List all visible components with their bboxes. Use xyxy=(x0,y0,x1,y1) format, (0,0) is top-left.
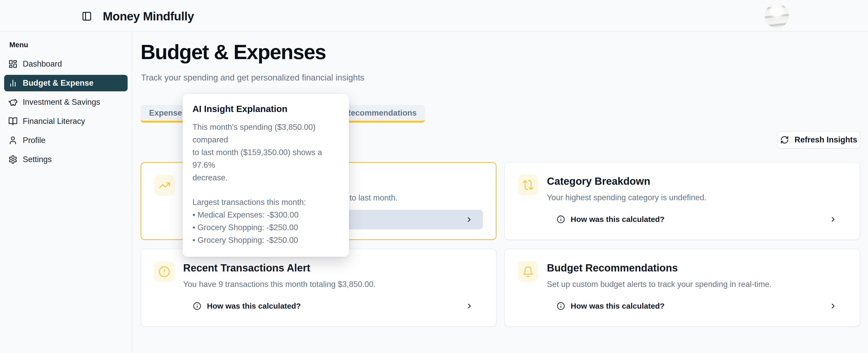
transaction-bullet: Grocery Shopping: -$250.00 xyxy=(192,221,339,234)
book-open-icon xyxy=(8,117,18,126)
page-title: Budget & Expenses xyxy=(141,40,326,64)
info-icon xyxy=(557,215,565,223)
info-icon xyxy=(193,302,201,310)
transaction-bullet: Medical Expenses: -$300.00 xyxy=(192,209,339,221)
card-subtitle: Your highest spending category is undefi… xyxy=(547,193,707,202)
refresh-icon xyxy=(780,136,789,144)
card-title: Budget Recommendations xyxy=(547,262,678,274)
card-subtitle: You have 9 transactions this month total… xyxy=(183,280,376,289)
app-header: Money Mindfully xyxy=(0,0,868,32)
sidebar-item-investment-savings[interactable]: Investment & Savings xyxy=(4,94,128,110)
sidebar-item-dashboard[interactable]: Dashboard xyxy=(4,56,128,72)
panel-left-icon xyxy=(82,11,92,22)
card-subtitle-visible-fragment: to last month. xyxy=(349,193,398,203)
chevron-right-icon xyxy=(465,216,473,223)
how-calculated-button[interactable]: How was this calculated? xyxy=(547,210,847,229)
user-avatar[interactable] xyxy=(765,4,789,28)
piggy-bank-icon xyxy=(8,98,18,107)
dashboard-icon xyxy=(8,59,18,69)
sidebar: Menu Dashboard Budget & Expense Investme… xyxy=(0,32,132,353)
insight-text-line: decrease. xyxy=(192,171,339,184)
sidebar-item-label: Investment & Savings xyxy=(23,98,100,107)
user-icon xyxy=(8,136,18,145)
sidebar-item-profile[interactable]: Profile xyxy=(4,132,128,149)
app-title: Money Mindfully xyxy=(103,9,194,23)
insight-text-line: to last month ($159,350.00) shows a 97.6… xyxy=(192,146,339,171)
largest-transactions-intro: Largest transactions this month: xyxy=(192,196,339,209)
sidebar-item-label: Budget & Expense xyxy=(23,78,94,88)
ai-insight-popover: AI Insight Explanation This month's spen… xyxy=(183,94,349,257)
how-calculated-label: How was this calculated? xyxy=(571,302,664,310)
sidebar-toggle-button[interactable] xyxy=(81,10,93,23)
card-category-breakdown: Category Breakdown Your highest spending… xyxy=(504,162,860,240)
bar-chart-icon xyxy=(8,78,18,88)
chevron-right-icon xyxy=(829,302,837,310)
chevron-right-icon xyxy=(466,302,473,310)
card-title: Recent Transactions Alert xyxy=(183,262,310,274)
sidebar-item-label: Financial Literacy xyxy=(23,117,85,126)
refresh-insights-label: Refresh Insights xyxy=(795,135,858,144)
how-calculated-label: How was this calculated? xyxy=(207,302,301,310)
bell-icon xyxy=(518,261,538,282)
insight-text-line: This month's spending ($3,850.00) compar… xyxy=(192,121,339,146)
refresh-insights-button[interactable]: Refresh Insights xyxy=(777,131,860,149)
card-subtitle: Set up custom budget alerts to track you… xyxy=(547,280,772,289)
trending-up-icon xyxy=(154,175,175,196)
sidebar-item-financial-literacy[interactable]: Financial Literacy xyxy=(4,113,128,130)
sidebar-item-budget-expense[interactable]: Budget & Expense xyxy=(4,75,128,91)
repeat-icon xyxy=(518,174,538,196)
how-calculated-label: How was this calculated? xyxy=(571,215,664,224)
info-icon xyxy=(557,302,565,310)
alert-circle-icon xyxy=(154,261,175,282)
sidebar-nav: Dashboard Budget & Expense Investment & … xyxy=(4,56,128,168)
gear-icon xyxy=(8,155,18,164)
page-subtitle: Track your spending and get personalized… xyxy=(141,73,365,82)
ai-insight-popover-title: AI Insight Explanation xyxy=(192,104,339,114)
card-budget-recommendations: Budget Recommendations Set up custom bud… xyxy=(504,249,860,327)
chevron-right-icon xyxy=(829,215,837,223)
sidebar-item-label: Settings xyxy=(23,155,52,164)
card-recent-transactions: Recent Transactions Alert You have 9 tra… xyxy=(141,249,497,327)
sidebar-item-settings[interactable]: Settings xyxy=(4,151,128,168)
sidebar-section-label: Menu xyxy=(9,41,128,49)
sidebar-item-label: Profile xyxy=(23,136,45,145)
how-calculated-button[interactable]: How was this calculated? xyxy=(547,296,847,316)
transaction-bullet: Grocery Shopping: -$250.00 xyxy=(192,234,339,246)
sidebar-item-label: Dashboard xyxy=(23,59,62,69)
card-title: Category Breakdown xyxy=(547,175,650,187)
spacer xyxy=(192,184,339,196)
how-calculated-button[interactable]: How was this calculated? xyxy=(183,296,483,316)
